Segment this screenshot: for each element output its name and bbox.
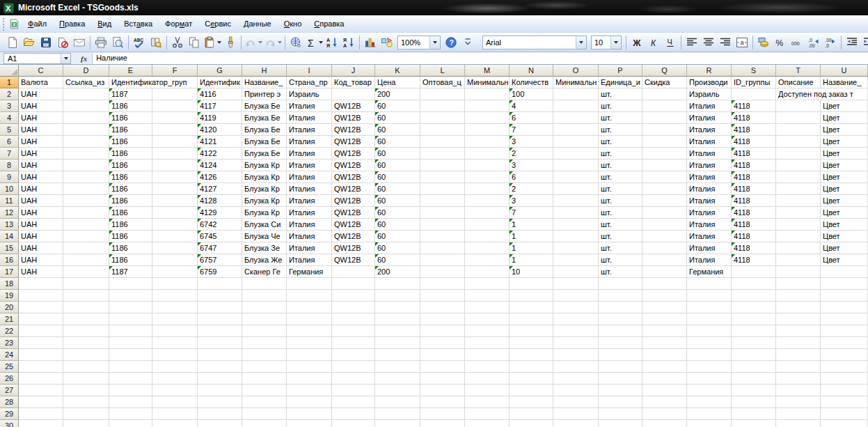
column-header-J[interactable]: J <box>332 65 375 77</box>
cell-S8[interactable]: 4118 <box>732 160 776 171</box>
cell-T14[interactable] <box>776 231 821 242</box>
cell-J24[interactable] <box>332 349 375 361</box>
cell-R25[interactable] <box>687 361 732 373</box>
cell-N15[interactable]: 1 <box>510 242 553 254</box>
cell-O4[interactable] <box>553 112 599 124</box>
cell-N17[interactable]: 10 <box>510 266 553 278</box>
cell-H26[interactable] <box>242 373 287 385</box>
merge-center-button[interactable]: a <box>734 35 750 50</box>
cell-E7[interactable]: 1186 <box>109 148 152 160</box>
cell-F30[interactable] <box>152 420 198 427</box>
cell-E25[interactable] <box>109 361 152 373</box>
cell-K23[interactable] <box>375 337 420 349</box>
cell-E1[interactable]: Идентификатор_груп <box>109 77 198 88</box>
cell-J1[interactable]: Код_товар <box>332 77 375 88</box>
cell-P10[interactable]: шт. <box>599 183 642 195</box>
cell-T22[interactable] <box>776 325 821 337</box>
cell-F28[interactable] <box>152 396 198 408</box>
cell-U26[interactable] <box>821 373 868 385</box>
cell-L29[interactable] <box>420 408 465 420</box>
cell-I26[interactable] <box>287 373 332 385</box>
cell-E2[interactable]: 1187 <box>109 88 152 100</box>
cell-K29[interactable] <box>375 408 420 420</box>
chart-wizard-button[interactable] <box>363 35 378 50</box>
cell-C22[interactable] <box>19 325 63 337</box>
cell-U5[interactable]: Цвет <box>821 124 868 136</box>
cell-J3[interactable]: QW12B <box>332 100 375 112</box>
cell-H21[interactable] <box>242 313 287 325</box>
cell-G17[interactable]: 6759 <box>198 266 242 278</box>
cell-G14[interactable]: 6745 <box>198 231 242 242</box>
cell-L4[interactable] <box>420 112 465 124</box>
cell-O1[interactable]: Минимальн <box>553 77 599 88</box>
cell-J10[interactable]: QW12B <box>332 183 375 195</box>
cell-Q22[interactable] <box>642 325 687 337</box>
cell-T8[interactable] <box>776 160 821 171</box>
row-header-24[interactable]: 24 <box>0 349 19 361</box>
cell-Q29[interactable] <box>642 408 687 420</box>
cell-D21[interactable] <box>63 313 109 325</box>
cell-K21[interactable] <box>375 313 420 325</box>
cell-E6[interactable]: 1186 <box>109 136 152 148</box>
cell-M6[interactable] <box>465 136 510 148</box>
cell-E12[interactable]: 1186 <box>109 207 152 219</box>
cell-G26[interactable] <box>198 373 242 385</box>
cell-C24[interactable] <box>19 349 63 361</box>
column-header-N[interactable]: N <box>510 65 553 77</box>
cell-M4[interactable] <box>465 112 510 124</box>
cell-G19[interactable] <box>198 290 242 302</box>
cell-U27[interactable] <box>821 385 868 396</box>
row-header-7[interactable]: 7 <box>0 148 19 160</box>
cell-N3[interactable]: 4 <box>510 100 553 112</box>
cell-I13[interactable]: Италия <box>287 219 332 231</box>
cell-H5[interactable]: Блузка Бе <box>242 124 287 136</box>
cell-N4[interactable]: 6 <box>510 112 553 124</box>
cell-D27[interactable] <box>63 385 109 396</box>
cell-L1[interactable]: Оптовая_ц <box>420 77 465 88</box>
format-painter-button[interactable] <box>223 35 238 50</box>
cell-M16[interactable] <box>465 254 510 266</box>
cell-F5[interactable] <box>152 124 198 136</box>
cell-M8[interactable] <box>465 160 510 171</box>
cell-Q27[interactable] <box>642 385 687 396</box>
cell-E8[interactable]: 1186 <box>109 160 152 171</box>
cell-T23[interactable] <box>776 337 821 349</box>
cell-F2[interactable] <box>152 88 198 100</box>
cell-C26[interactable] <box>19 373 63 385</box>
cell-F13[interactable] <box>152 219 198 231</box>
cell-F16[interactable] <box>152 254 198 266</box>
cell-J29[interactable] <box>332 408 375 420</box>
cell-M27[interactable] <box>465 385 510 396</box>
cell-T17[interactable] <box>776 266 821 278</box>
cell-U28[interactable] <box>821 396 868 408</box>
cell-O22[interactable] <box>553 325 599 337</box>
cell-U10[interactable]: Цвет <box>821 183 868 195</box>
align-center-button[interactable] <box>701 35 716 50</box>
cell-C4[interactable]: UAH <box>19 112 63 124</box>
cell-E4[interactable]: 1186 <box>109 112 152 124</box>
cell-O11[interactable] <box>553 195 599 207</box>
new-document-button[interactable] <box>5 35 20 50</box>
cell-I22[interactable] <box>287 325 332 337</box>
cell-I17[interactable]: Германия <box>287 266 332 278</box>
column-header-C[interactable]: C <box>19 65 63 77</box>
cell-H1[interactable]: Название_ <box>242 77 287 88</box>
cell-N23[interactable] <box>510 337 553 349</box>
cell-I28[interactable] <box>287 396 332 408</box>
cell-L15[interactable] <box>420 242 465 254</box>
cell-K7[interactable]: 60 <box>375 148 420 160</box>
cell-L17[interactable] <box>420 266 465 278</box>
cell-H8[interactable]: Блузка Кр <box>242 160 287 171</box>
cell-Q16[interactable] <box>642 254 687 266</box>
cell-E22[interactable] <box>109 325 152 337</box>
cell-H12[interactable]: Блузка Кр <box>242 207 287 219</box>
cell-K3[interactable]: 60 <box>375 100 420 112</box>
cell-N28[interactable] <box>510 396 553 408</box>
row-header-21[interactable]: 21 <box>0 313 19 325</box>
row-header-30[interactable]: 30 <box>0 420 19 427</box>
cell-O8[interactable] <box>553 160 599 171</box>
cell-Q3[interactable] <box>642 100 687 112</box>
cell-I12[interactable]: Италия <box>287 207 332 219</box>
cell-K20[interactable] <box>375 302 420 313</box>
align-right-button[interactable] <box>718 35 733 50</box>
